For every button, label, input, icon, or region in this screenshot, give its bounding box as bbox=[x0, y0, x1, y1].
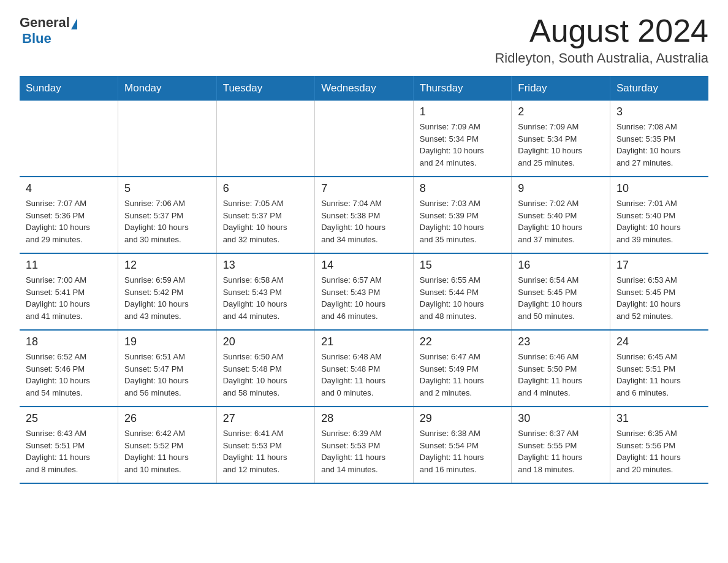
day-info: Sunrise: 6:35 AMSunset: 5:56 PMDaylight:… bbox=[616, 427, 702, 475]
page-header: General Blue August 2024 Ridleyton, Sout… bbox=[20, 15, 708, 66]
day-cell: 25Sunrise: 6:43 AMSunset: 5:51 PMDayligh… bbox=[20, 407, 118, 483]
day-number: 2 bbox=[518, 105, 604, 118]
header-cell-tuesday: Tuesday bbox=[216, 76, 315, 101]
day-cell bbox=[216, 101, 315, 177]
day-cell: 20Sunrise: 6:50 AMSunset: 5:48 PMDayligh… bbox=[216, 330, 315, 407]
logo: General Blue bbox=[20, 15, 77, 47]
day-cell: 11Sunrise: 7:00 AMSunset: 5:41 PMDayligh… bbox=[20, 253, 118, 330]
week-row-4: 18Sunrise: 6:52 AMSunset: 5:46 PMDayligh… bbox=[20, 330, 708, 407]
week-row-2: 4Sunrise: 7:07 AMSunset: 5:36 PMDaylight… bbox=[20, 177, 708, 253]
day-cell: 9Sunrise: 7:02 AMSunset: 5:40 PMDaylight… bbox=[512, 177, 610, 253]
day-info: Sunrise: 7:05 AMSunset: 5:37 PMDaylight:… bbox=[223, 197, 309, 245]
header-cell-monday: Monday bbox=[118, 76, 217, 101]
day-cell: 3Sunrise: 7:08 AMSunset: 5:35 PMDaylight… bbox=[610, 101, 708, 177]
location-subtitle: Ridleyton, South Australia, Australia bbox=[495, 50, 708, 66]
day-info: Sunrise: 6:37 AMSunset: 5:55 PMDaylight:… bbox=[518, 427, 604, 475]
logo-text-general: General bbox=[20, 15, 70, 31]
day-number: 7 bbox=[321, 182, 407, 195]
day-number: 5 bbox=[124, 182, 210, 195]
day-info: Sunrise: 6:50 AMSunset: 5:48 PMDaylight:… bbox=[223, 351, 309, 399]
day-info: Sunrise: 6:45 AMSunset: 5:51 PMDaylight:… bbox=[616, 351, 702, 399]
day-cell bbox=[315, 101, 414, 177]
day-info: Sunrise: 6:51 AMSunset: 5:47 PMDaylight:… bbox=[124, 351, 210, 399]
day-number: 26 bbox=[124, 412, 210, 425]
day-cell: 5Sunrise: 7:06 AMSunset: 5:37 PMDaylight… bbox=[118, 177, 217, 253]
day-info: Sunrise: 6:54 AMSunset: 5:45 PMDaylight:… bbox=[518, 274, 604, 322]
day-cell: 30Sunrise: 6:37 AMSunset: 5:55 PMDayligh… bbox=[512, 407, 610, 483]
calendar-table: SundayMondayTuesdayWednesdayThursdayFrid… bbox=[20, 76, 708, 484]
day-number: 30 bbox=[518, 412, 604, 425]
day-info: Sunrise: 6:52 AMSunset: 5:46 PMDaylight:… bbox=[26, 351, 112, 399]
day-number: 29 bbox=[420, 412, 506, 425]
title-area: August 2024 Ridleyton, South Australia, … bbox=[495, 15, 708, 66]
day-cell: 17Sunrise: 6:53 AMSunset: 5:45 PMDayligh… bbox=[610, 253, 708, 330]
day-number: 4 bbox=[26, 182, 112, 195]
day-cell: 1Sunrise: 7:09 AMSunset: 5:34 PMDaylight… bbox=[413, 101, 512, 177]
day-number: 16 bbox=[518, 259, 604, 272]
day-number: 31 bbox=[616, 412, 702, 425]
day-info: Sunrise: 6:55 AMSunset: 5:44 PMDaylight:… bbox=[420, 274, 506, 322]
day-cell: 18Sunrise: 6:52 AMSunset: 5:46 PMDayligh… bbox=[20, 330, 118, 407]
day-cell: 26Sunrise: 6:42 AMSunset: 5:52 PMDayligh… bbox=[118, 407, 217, 483]
day-number: 13 bbox=[223, 259, 309, 272]
day-cell: 31Sunrise: 6:35 AMSunset: 5:56 PMDayligh… bbox=[610, 407, 708, 483]
header-cell-friday: Friday bbox=[512, 76, 610, 101]
day-cell: 21Sunrise: 6:48 AMSunset: 5:48 PMDayligh… bbox=[315, 330, 414, 407]
day-info: Sunrise: 7:09 AMSunset: 5:34 PMDaylight:… bbox=[518, 121, 604, 169]
day-info: Sunrise: 6:58 AMSunset: 5:43 PMDaylight:… bbox=[223, 274, 309, 322]
day-info: Sunrise: 7:00 AMSunset: 5:41 PMDaylight:… bbox=[26, 274, 112, 322]
day-info: Sunrise: 7:06 AMSunset: 5:37 PMDaylight:… bbox=[124, 197, 210, 245]
day-number: 23 bbox=[518, 335, 604, 348]
day-number: 28 bbox=[321, 412, 407, 425]
day-number: 22 bbox=[420, 335, 506, 348]
day-cell: 27Sunrise: 6:41 AMSunset: 5:53 PMDayligh… bbox=[216, 407, 315, 483]
day-info: Sunrise: 6:48 AMSunset: 5:48 PMDaylight:… bbox=[321, 351, 407, 399]
day-info: Sunrise: 6:46 AMSunset: 5:50 PMDaylight:… bbox=[518, 351, 604, 399]
day-info: Sunrise: 7:09 AMSunset: 5:34 PMDaylight:… bbox=[420, 121, 506, 169]
day-number: 14 bbox=[321, 259, 407, 272]
day-number: 9 bbox=[518, 182, 604, 195]
week-row-3: 11Sunrise: 7:00 AMSunset: 5:41 PMDayligh… bbox=[20, 253, 708, 330]
day-cell: 23Sunrise: 6:46 AMSunset: 5:50 PMDayligh… bbox=[512, 330, 610, 407]
day-cell: 15Sunrise: 6:55 AMSunset: 5:44 PMDayligh… bbox=[413, 253, 512, 330]
header-row: SundayMondayTuesdayWednesdayThursdayFrid… bbox=[20, 76, 708, 101]
day-info: Sunrise: 6:39 AMSunset: 5:53 PMDaylight:… bbox=[321, 427, 407, 475]
month-year-title: August 2024 bbox=[495, 15, 708, 47]
header-cell-saturday: Saturday bbox=[610, 76, 708, 101]
day-info: Sunrise: 6:42 AMSunset: 5:52 PMDaylight:… bbox=[124, 427, 210, 475]
week-row-5: 25Sunrise: 6:43 AMSunset: 5:51 PMDayligh… bbox=[20, 407, 708, 483]
day-cell: 2Sunrise: 7:09 AMSunset: 5:34 PMDaylight… bbox=[512, 101, 610, 177]
header-cell-sunday: Sunday bbox=[20, 76, 118, 101]
logo-triangle-icon bbox=[71, 18, 77, 29]
day-cell: 16Sunrise: 6:54 AMSunset: 5:45 PMDayligh… bbox=[512, 253, 610, 330]
day-number: 19 bbox=[124, 335, 210, 348]
day-cell bbox=[118, 101, 217, 177]
day-cell: 14Sunrise: 6:57 AMSunset: 5:43 PMDayligh… bbox=[315, 253, 414, 330]
day-info: Sunrise: 7:07 AMSunset: 5:36 PMDaylight:… bbox=[26, 197, 112, 245]
calendar-body: 1Sunrise: 7:09 AMSunset: 5:34 PMDaylight… bbox=[20, 101, 708, 483]
calendar-header: SundayMondayTuesdayWednesdayThursdayFrid… bbox=[20, 76, 708, 101]
day-number: 24 bbox=[616, 335, 702, 348]
week-row-1: 1Sunrise: 7:09 AMSunset: 5:34 PMDaylight… bbox=[20, 101, 708, 177]
logo-text-blue: Blue bbox=[22, 31, 51, 47]
day-cell: 4Sunrise: 7:07 AMSunset: 5:36 PMDaylight… bbox=[20, 177, 118, 253]
day-number: 21 bbox=[321, 335, 407, 348]
day-cell: 29Sunrise: 6:38 AMSunset: 5:54 PMDayligh… bbox=[413, 407, 512, 483]
day-info: Sunrise: 7:03 AMSunset: 5:39 PMDaylight:… bbox=[420, 197, 506, 245]
day-number: 17 bbox=[616, 259, 702, 272]
day-number: 3 bbox=[616, 105, 702, 118]
day-info: Sunrise: 7:08 AMSunset: 5:35 PMDaylight:… bbox=[616, 121, 702, 169]
day-cell: 13Sunrise: 6:58 AMSunset: 5:43 PMDayligh… bbox=[216, 253, 315, 330]
day-info: Sunrise: 6:38 AMSunset: 5:54 PMDaylight:… bbox=[420, 427, 506, 475]
day-info: Sunrise: 7:04 AMSunset: 5:38 PMDaylight:… bbox=[321, 197, 407, 245]
header-cell-thursday: Thursday bbox=[413, 76, 512, 101]
day-number: 15 bbox=[420, 259, 506, 272]
day-info: Sunrise: 6:43 AMSunset: 5:51 PMDaylight:… bbox=[26, 427, 112, 475]
day-cell: 10Sunrise: 7:01 AMSunset: 5:40 PMDayligh… bbox=[610, 177, 708, 253]
day-number: 18 bbox=[26, 335, 112, 348]
day-number: 20 bbox=[223, 335, 309, 348]
day-number: 10 bbox=[616, 182, 702, 195]
day-cell: 28Sunrise: 6:39 AMSunset: 5:53 PMDayligh… bbox=[315, 407, 414, 483]
day-cell: 22Sunrise: 6:47 AMSunset: 5:49 PMDayligh… bbox=[413, 330, 512, 407]
day-cell bbox=[20, 101, 118, 177]
